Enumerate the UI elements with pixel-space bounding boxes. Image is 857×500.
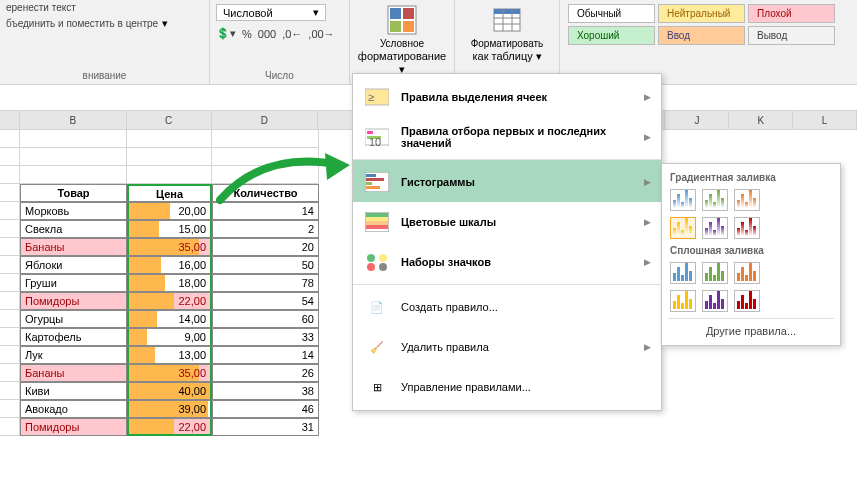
menu-highlight-rules[interactable]: ≥ Правила выделения ячеек ▶: [353, 77, 661, 117]
solid-swatch[interactable]: [734, 262, 760, 284]
ribbon-section-number: Числовой ▾ 💲▾ % 000 ,0← ,00→ Число: [210, 0, 350, 84]
decrease-decimal-icon[interactable]: ,00→: [308, 28, 334, 40]
gradient-swatch[interactable]: [670, 189, 696, 211]
col-header[interactable]: B: [20, 111, 127, 129]
fat-label2: как таблицу: [472, 50, 532, 62]
cell-product[interactable]: Картофель: [20, 328, 127, 346]
conditional-formatting-icon: [386, 4, 418, 36]
format-as-table-button[interactable]: Форматировать как таблицу ▾: [455, 0, 560, 84]
cell-qty[interactable]: 31: [212, 418, 319, 436]
gradient-swatch[interactable]: [702, 189, 728, 211]
cell-product[interactable]: Огурцы: [20, 310, 127, 328]
menu-manage-rules[interactable]: ⊞ Управление правилами...: [353, 367, 661, 407]
chevron-down-icon[interactable]: ▾: [162, 17, 168, 30]
solid-swatch[interactable]: [702, 262, 728, 284]
style-bad[interactable]: Плохой: [748, 4, 835, 23]
conditional-formatting-button[interactable]: Условное форматирование ▾: [350, 0, 455, 84]
style-input[interactable]: Ввод: [658, 26, 745, 45]
merge-center-button[interactable]: бъединить и поместить в центре: [6, 18, 158, 29]
cell-product[interactable]: Бананы: [20, 364, 127, 382]
svg-rect-1: [390, 8, 401, 19]
solid-swatch[interactable]: [702, 290, 728, 312]
cell-qty[interactable]: 46: [212, 400, 319, 418]
header-product[interactable]: Товар: [20, 184, 127, 202]
cell-product[interactable]: Морковь: [20, 202, 127, 220]
cell-price[interactable]: 39,00: [127, 400, 212, 418]
menu-top-bottom-rules[interactable]: 10 Правила отбора первых и последних зна…: [353, 117, 661, 157]
menu-data-bars[interactable]: Гистограммы ▶: [353, 159, 661, 202]
cell-product[interactable]: Груши: [20, 274, 127, 292]
svg-text:10: 10: [369, 136, 381, 147]
cell-product[interactable]: Свекла: [20, 220, 127, 238]
cell-qty[interactable]: 20: [212, 238, 319, 256]
cell-price[interactable]: 9,00: [127, 328, 212, 346]
comma-icon[interactable]: 000: [258, 28, 276, 40]
svg-rect-26: [366, 225, 388, 229]
increase-decimal-icon[interactable]: ,0←: [282, 28, 302, 40]
cell-price[interactable]: 16,00: [127, 256, 212, 274]
gradient-swatch[interactable]: [670, 217, 696, 239]
gradient-swatch[interactable]: [734, 217, 760, 239]
cell-qty[interactable]: 14: [212, 202, 319, 220]
cell-qty[interactable]: 26: [212, 364, 319, 382]
solid-swatch[interactable]: [670, 290, 696, 312]
solid-swatch[interactable]: [734, 290, 760, 312]
cell-price[interactable]: 22,00: [127, 418, 212, 436]
cf-label1: Условное: [356, 38, 448, 50]
col-header[interactable]: C: [127, 111, 212, 129]
solid-swatch[interactable]: [670, 262, 696, 284]
conditional-formatting-menu: ≥ Правила выделения ячеек ▶ 10 Правила о…: [352, 73, 662, 411]
cell-product[interactable]: Бананы: [20, 238, 127, 256]
cell-price[interactable]: 22,00: [127, 292, 212, 310]
currency-icon[interactable]: 💲▾: [216, 27, 236, 40]
col-header[interactable]: K: [729, 111, 793, 129]
gradient-swatch[interactable]: [734, 189, 760, 211]
cell-qty[interactable]: 78: [212, 274, 319, 292]
cell-price[interactable]: 13,00: [127, 346, 212, 364]
cell-price[interactable]: 40,00: [127, 382, 212, 400]
style-good[interactable]: Хороший: [568, 26, 655, 45]
col-header-corner[interactable]: [0, 111, 20, 129]
gradient-swatch[interactable]: [702, 217, 728, 239]
more-rules-link[interactable]: Другие правила...: [668, 318, 834, 339]
style-normal[interactable]: Обычный: [568, 4, 655, 23]
cell-qty[interactable]: 50: [212, 256, 319, 274]
cell-price[interactable]: 20,00: [127, 202, 212, 220]
cell-qty[interactable]: 38: [212, 382, 319, 400]
number-format-select[interactable]: Числовой ▾: [216, 4, 326, 21]
cell-product[interactable]: Авокадо: [20, 400, 127, 418]
col-header[interactable]: L: [793, 111, 857, 129]
cell-qty[interactable]: 33: [212, 328, 319, 346]
svg-rect-19: [366, 178, 384, 181]
cell-product[interactable]: Яблоки: [20, 256, 127, 274]
menu-color-scales[interactable]: Цветовые шкалы ▶: [353, 202, 661, 242]
style-output[interactable]: Вывод: [748, 26, 835, 45]
col-header[interactable]: J: [665, 111, 729, 129]
col-header[interactable]: D: [212, 111, 319, 129]
cell-price[interactable]: 35,00: [127, 238, 212, 256]
menu-clear-rules[interactable]: 🧹 Удалить правила ▶: [353, 327, 661, 367]
cell-qty[interactable]: 2: [212, 220, 319, 238]
cell-qty[interactable]: 60: [212, 310, 319, 328]
svg-point-29: [367, 263, 375, 271]
menu-new-rule[interactable]: 📄 Создать правило...: [353, 284, 661, 327]
menu-icon-sets[interactable]: Наборы значков ▶: [353, 242, 661, 282]
cell-product[interactable]: Киви: [20, 382, 127, 400]
menu-label: Наборы значков: [401, 256, 644, 268]
header-price[interactable]: Цена: [127, 184, 212, 202]
cell-price[interactable]: 35,00: [127, 364, 212, 382]
chevron-right-icon: ▶: [644, 342, 651, 352]
cell-qty[interactable]: 54: [212, 292, 319, 310]
percent-icon[interactable]: %: [242, 28, 252, 40]
wrap-text-button[interactable]: еренести текст: [6, 2, 76, 13]
header-qty[interactable]: Количество: [212, 184, 319, 202]
svg-rect-24: [366, 217, 388, 221]
cell-qty[interactable]: 14: [212, 346, 319, 364]
style-neutral[interactable]: Нейтральный: [658, 4, 745, 23]
cell-price[interactable]: 18,00: [127, 274, 212, 292]
cell-product[interactable]: Лук: [20, 346, 127, 364]
cell-product[interactable]: Помидоры: [20, 292, 127, 310]
cell-product[interactable]: Помидоры: [20, 418, 127, 436]
cell-price[interactable]: 15,00: [127, 220, 212, 238]
cell-price[interactable]: 14,00: [127, 310, 212, 328]
